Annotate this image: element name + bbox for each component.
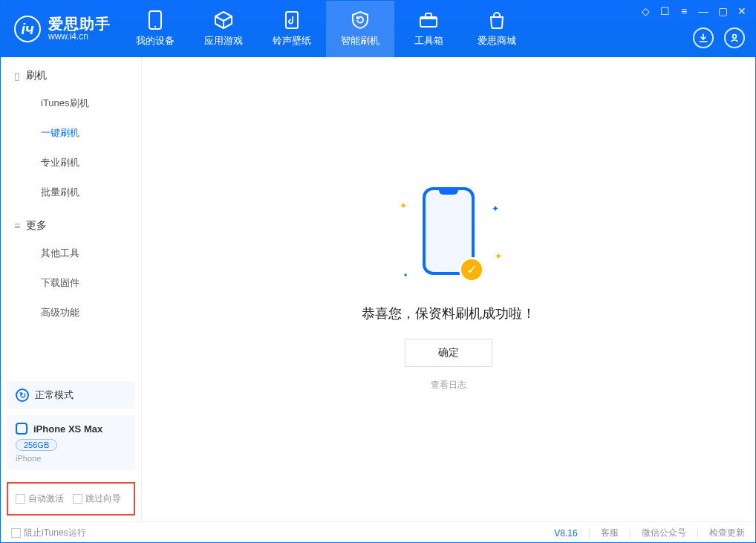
sidebar-section-label: 刷机 (26, 69, 47, 82)
nav-store[interactable]: 爱思商城 (463, 1, 531, 57)
footer-label: 阻止iTunes运行 (24, 527, 86, 538)
svg-rect-2 (286, 12, 298, 28)
flash-options-highlighted: 自动激活 跳过向导 (7, 482, 135, 516)
nav-label: 工具箱 (414, 34, 443, 48)
nav-label: 应用游戏 (204, 34, 243, 48)
header-bar: iч 爱思助手 www.i4.cn 我的设备 应用游戏 铃声壁纸 智能刷机 工具… (1, 1, 755, 57)
mode-icon: ↻ (16, 388, 29, 402)
sidebar-item-oneclick-flash[interactable]: 一键刷机 (1, 118, 141, 148)
app-name-cn: 爱思助手 (48, 16, 111, 32)
sidebar-section-more: ≡ 更多 (1, 207, 141, 238)
svg-rect-4 (420, 17, 437, 19)
sidebar-section-label: 更多 (26, 219, 47, 233)
nav-toolbox[interactable]: 工具箱 (394, 1, 463, 57)
header-actions (693, 27, 745, 48)
refresh-shield-icon (351, 10, 370, 30)
success-illustration: ✦ ✦ • ✦ ✓ (411, 187, 486, 284)
nav-label: 铃声壁纸 (273, 34, 311, 48)
nav-label: 智能刷机 (341, 34, 379, 48)
support-link[interactable]: 客服 (601, 527, 619, 539)
cube-icon (214, 10, 233, 30)
device-type-label: iPhone (16, 454, 126, 463)
footer-bar: 阻止iTunes运行 V8.16 | 客服 | 微信公众号 | 检查更新 (1, 521, 755, 543)
wechat-link[interactable]: 微信公众号 (642, 527, 686, 539)
phone-small-icon: ▯ (14, 70, 20, 82)
sidebar-item-pro-flash[interactable]: 专业刷机 (1, 148, 141, 178)
menu-icon[interactable]: ≡ (678, 5, 690, 17)
download-icon[interactable] (693, 27, 714, 48)
app-name-en: www.i4.cn (48, 32, 111, 42)
nav-my-device[interactable]: 我的设备 (121, 1, 189, 57)
svg-point-5 (733, 35, 737, 39)
version-label: V8.16 (554, 528, 577, 539)
device-mode-box[interactable]: ↻ 正常模式 (7, 381, 135, 409)
main-content: ✦ ✦ • ✦ ✓ 恭喜您，保资料刷机成功啦！ 确定 查看日志 (142, 57, 755, 521)
user-icon[interactable] (724, 27, 745, 48)
device-info-box[interactable]: iPhone XS Max 256GB iPhone (7, 415, 135, 470)
sidebar-section-flash: ▯ 刷机 (1, 57, 141, 88)
ok-button[interactable]: 确定 (405, 339, 492, 367)
sparkle-icon: ✦ (400, 201, 407, 211)
sparkle-icon: ✦ (495, 251, 502, 261)
shirt-icon[interactable]: ◇ (639, 5, 651, 17)
sidebar: ▯ 刷机 iTunes刷机 一键刷机 专业刷机 批量刷机 ≡ 更多 其他工具 下… (1, 57, 142, 521)
sidebar-item-batch-flash[interactable]: 批量刷机 (1, 178, 141, 207)
window-controls: ◇ ☐ ≡ — ▢ ✕ (639, 5, 748, 17)
sidebar-item-itunes-flash[interactable]: iTunes刷机 (1, 88, 141, 118)
view-log-link[interactable]: 查看日志 (431, 379, 466, 391)
checkbox-auto-activate[interactable]: 自动激活 (16, 492, 64, 505)
close-button[interactable]: ✕ (736, 5, 748, 17)
check-update-link[interactable]: 检查更新 (709, 527, 745, 539)
device-name-label: iPhone XS Max (33, 423, 102, 435)
nav-smart-flash[interactable]: 智能刷机 (326, 1, 394, 57)
sidebar-item-download-firmware[interactable]: 下载固件 (1, 268, 141, 298)
opt-label: 自动激活 (28, 493, 64, 504)
app-logo-icon: iч (14, 16, 41, 42)
device-small-icon (16, 423, 27, 435)
sidebar-item-other-tools[interactable]: 其他工具 (1, 238, 141, 268)
checkmark-badge-icon: ✓ (459, 257, 484, 282)
note-icon (282, 10, 302, 30)
device-icon (146, 10, 165, 30)
sparkle-icon: ✦ (492, 204, 499, 214)
phone-notch-icon (439, 190, 458, 195)
logo-area: iч 爱思助手 www.i4.cn (1, 16, 121, 42)
checkbox-skip-wizard[interactable]: 跳过向导 (73, 492, 121, 505)
storage-badge: 256GB (16, 439, 57, 451)
nav-apps-games[interactable]: 应用游戏 (189, 1, 258, 57)
checkbox-block-itunes[interactable]: 阻止iTunes运行 (11, 527, 86, 539)
sparkle-icon: • (404, 270, 407, 281)
success-message: 恭喜您，保资料刷机成功啦！ (362, 305, 535, 322)
svg-point-1 (154, 26, 156, 27)
bag-icon (487, 10, 506, 30)
feedback-icon[interactable]: ☐ (659, 5, 671, 17)
nav-label: 我的设备 (136, 34, 175, 48)
nav-ringtones[interactable]: 铃声壁纸 (258, 1, 326, 57)
menu-small-icon: ≡ (14, 220, 20, 232)
maximize-button[interactable]: ▢ (717, 5, 729, 17)
device-mode-label: 正常模式 (35, 388, 74, 402)
nav-label: 爱思商城 (478, 34, 516, 48)
toolbox-icon (419, 10, 438, 30)
opt-label: 跳过向导 (85, 493, 121, 504)
minimize-button[interactable]: — (697, 5, 709, 17)
main-nav: 我的设备 应用游戏 铃声壁纸 智能刷机 工具箱 爱思商城 (121, 1, 531, 57)
sidebar-item-advanced[interactable]: 高级功能 (1, 298, 141, 328)
